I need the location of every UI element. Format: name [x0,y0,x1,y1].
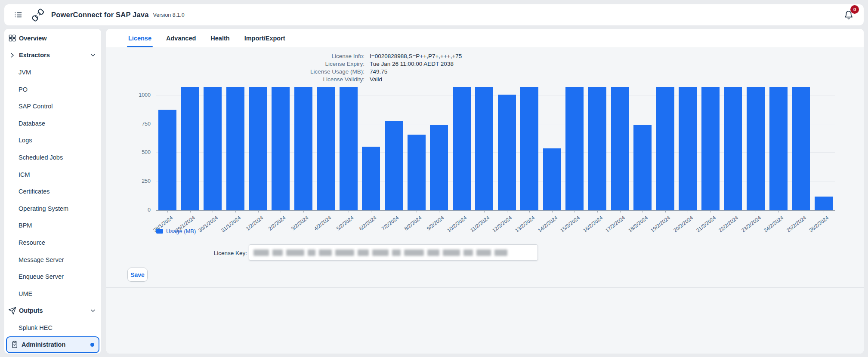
powerconnect-logo-icon [31,8,45,22]
sidebar-item-certificates[interactable]: Certificates [4,183,101,200]
x-axis-tick [439,210,439,212]
sidebar-item-operating-system[interactable]: Operating System [4,200,101,217]
sidebar-item-label: BPM [19,222,32,229]
sidebar-item-jvm[interactable]: JVM [4,64,101,81]
sidebar-item-message-server[interactable]: Message Server [4,251,101,268]
usage-bar-19-2-2024 [656,87,674,210]
x-axis-tick [507,210,507,212]
x-axis-tick [620,210,621,212]
section-divider [106,287,864,288]
x-axis-tick [258,210,259,212]
notification-count-badge: 0 [850,5,859,14]
x-axis-date-label: 15/2/2024 [559,215,581,234]
usage-bar-chart: 0250500750100028/1/202429/1/202430/1/202… [156,84,835,210]
redacted-license-key-value [253,249,533,256]
sidebar-item-scheduled-jobs[interactable]: Scheduled Jobs [4,149,101,166]
send-icon [8,307,16,315]
x-axis-tick [349,210,349,212]
usage-bar-18-2-2024 [633,125,652,210]
usage-bar-4-2-2024 [317,87,335,210]
sidebar-item-label: Scheduled Jobs [19,154,63,161]
license-info-row-label: License Usage (MB): [106,68,364,76]
redacted-text-block [335,249,354,256]
usage-bar-11-2-2024 [475,87,493,210]
x-axis-tick [167,210,168,212]
x-axis-tick [190,210,191,212]
license-info-row-label: License Validity: [106,76,364,83]
x-axis-date-label: 8/2/2024 [403,215,423,232]
sidebar-item-label: Database [19,120,45,127]
x-axis-tick [824,210,824,212]
tab-advanced[interactable]: Advanced [166,29,196,47]
menu-list-icon[interactable] [14,10,23,19]
tab-bar: LicenseAdvancedHealthImport/Export [106,29,864,47]
sidebar-item-logs[interactable]: Logs [4,132,101,149]
usage-bar-28-1-2024 [158,110,176,210]
sidebar-item-label: Administration [22,341,65,348]
clipboard-check-icon [10,341,19,348]
x-axis-tick [371,210,371,212]
sidebar-item-bpm[interactable]: BPM [4,217,101,234]
sidebar-item-database[interactable]: Database [4,115,101,132]
x-axis-tick [326,210,326,212]
usage-bar-26-2-2024 [815,197,833,210]
tab-license[interactable]: License [128,29,151,47]
sidebar-item-enqueue-server[interactable]: Enqueue Server [4,268,101,285]
main-panel: LicenseAdvancedHealthImport/Export Licen… [106,29,864,354]
tab-health[interactable]: Health [210,29,229,47]
x-axis-date-label: 19/2/2024 [650,215,672,234]
chart-legend[interactable]: Usage (MB) [156,228,196,234]
x-axis-date-label: 7/2/2024 [380,215,400,232]
sidebar-item-resource[interactable]: Resource [4,234,101,251]
usage-bar-16-2-2024 [588,87,606,210]
app-version: Version 8.1.0 [153,12,185,18]
redacted-text-block [308,249,315,256]
notifications-button[interactable]: 0 [844,10,853,20]
license-tab-content: License Info:I=0020828988,S=P++,P7+,+++,… [106,47,864,354]
sidebar-item-icm[interactable]: ICM [4,166,101,183]
sidebar-item-po[interactable]: PO [4,81,101,98]
x-axis-date-label: 16/2/2024 [582,215,604,234]
license-info-row-value: Tue Jan 26 11:00:00 AEDT 2038 [370,60,462,68]
sidebar-item-label: Operating System [19,205,68,212]
usage-bar-3-2-2024 [294,87,312,210]
sidebar-item-extractors[interactable]: Extractors [4,47,101,64]
license-key-label: License Key: [106,249,247,257]
usage-bar-8-2-2024 [408,135,426,210]
sidebar-item-outputs[interactable]: Outputs [4,302,101,320]
x-axis-date-label: 26/2/2024 [808,215,830,234]
y-axis-tick-label: 250 [125,178,151,184]
y-axis-tick-label: 500 [125,149,151,155]
x-axis-tick [733,210,733,212]
y-axis-tick-label: 0 [125,207,151,213]
usage-bar-17-2-2024 [611,87,629,210]
sidebar-item-splunk-hec[interactable]: Splunk HEC [4,319,101,336]
x-axis-date-label: 23/2/2024 [740,215,762,234]
x-axis-date-label: 13/2/2024 [514,215,536,234]
x-axis-date-label: 1/2/2024 [245,215,264,232]
sidebar-item-administration[interactable]: Administration [6,336,99,354]
x-axis-date-label: 24/2/2024 [763,215,785,234]
sidebar-item-sap-control[interactable]: SAP Control [4,98,101,115]
usage-bar-23-2-2024 [747,87,765,210]
redacted-text-block [404,249,424,256]
redacted-text-block [319,249,332,256]
redacted-text-block [463,249,473,256]
legend-label: Usage (MB) [166,228,196,234]
app-window: PowerConnect for SAP Java Version 8.1.0 … [0,0,868,357]
x-axis-date-label: 11/2/2024 [469,215,491,233]
sidebar-item-ume[interactable]: UME [4,285,101,302]
sidebar-item-label: Enqueue Server [19,273,64,280]
usage-bar-10-2-2024 [453,87,471,210]
save-button[interactable]: Save [127,268,148,282]
usage-bar-20-2-2024 [679,87,697,210]
redacted-text-block [443,249,460,256]
tab-import-export[interactable]: Import/Export [244,29,285,47]
x-axis-date-label: 31/1/2024 [220,215,242,234]
sidebar-item-overview[interactable]: Overview [4,30,101,47]
usage-bar-25-2-2024 [792,87,810,210]
license-key-input[interactable] [249,244,538,261]
license-info-block: License Info:I=0020828988,S=P++,P7+,+++,… [106,52,462,83]
x-axis-date-label: 17/2/2024 [605,215,627,234]
usage-bar-31-1-2024 [226,87,244,210]
